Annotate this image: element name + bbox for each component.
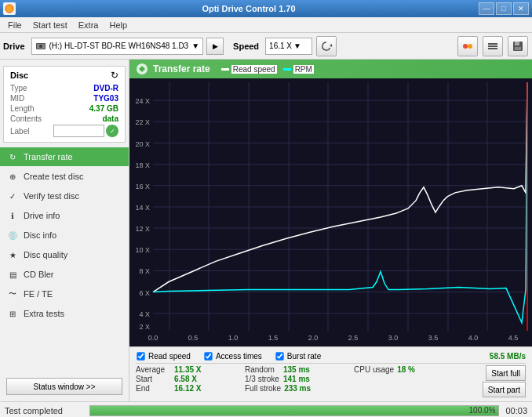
close-button[interactable]: ✕ [513, 2, 529, 15]
one-third-stroke-label: 1/3 stroke [245, 375, 280, 383]
svg-text:20 X: 20 X [136, 140, 150, 147]
start-part-btn[interactable]: Start part [483, 382, 526, 397]
nav-verify-test-disc-label: Verify test disc [24, 191, 79, 201]
nav-verify-test-disc[interactable]: ✓ Verify test disc [0, 187, 129, 205]
svg-text:3.0: 3.0 [388, 334, 399, 342]
cpu-usage-row: CPU usage 18 % [354, 365, 463, 374]
drive-refresh-btn[interactable]: ▶ [206, 38, 224, 55]
burst-rate-value: 58.5 MB/s [490, 352, 526, 361]
end-value: 16.12 X [174, 384, 206, 393]
full-stroke-label: Full stroke [245, 384, 281, 393]
nav-transfer-rate-label: Transfer rate [24, 152, 73, 161]
label-input[interactable] [53, 125, 104, 137]
svg-text:22 X: 22 X [136, 118, 150, 126]
svg-text:3.5: 3.5 [428, 334, 439, 342]
label-label: Label [10, 127, 29, 136]
svg-text:10 X: 10 X [136, 246, 150, 254]
svg-text:12 X: 12 X [136, 225, 150, 233]
nav-fe-te[interactable]: 〜 FE / TE [0, 285, 129, 303]
nav-cd-bler[interactable]: ▤ CD Bler [0, 265, 129, 284]
svg-point-0 [5, 5, 13, 13]
svg-point-7 [468, 44, 472, 49]
menu-help[interactable]: Help [104, 19, 132, 31]
drive-label: Drive [3, 42, 25, 51]
nav-create-test-disc-label: Create test disc [24, 172, 83, 181]
svg-text:8 X: 8 X [139, 267, 150, 275]
progress-bar-container: 100.0% [89, 405, 499, 416]
window-title: Opti Drive Control 1.70 [19, 4, 479, 13]
color-icon [461, 40, 474, 53]
cd-bler-icon: ▤ [6, 268, 19, 281]
fe-te-icon: 〜 [6, 288, 19, 300]
access-times-checkbox[interactable] [204, 352, 212, 360]
label-icon-btn[interactable]: ✓ [106, 125, 118, 137]
access-times-checkbox-item: Access times [203, 351, 262, 361]
nav-drive-info[interactable]: ℹ Drive info [0, 206, 129, 225]
rpm-legend-color [283, 68, 291, 71]
chart-icon [136, 63, 148, 75]
menu-extra[interactable]: Extra [74, 19, 104, 31]
extra-tests-icon: ⊞ [6, 307, 19, 320]
transfer-rate-icon: ↻ [6, 150, 19, 163]
status-text: Test completed [5, 406, 83, 415]
settings-btn[interactable] [483, 36, 503, 56]
maximize-button[interactable]: □ [496, 2, 512, 15]
one-third-stroke-row: 1/3 stroke 141 ms [245, 375, 354, 383]
status-window-btn[interactable]: Status window >> [6, 378, 122, 395]
progress-text: 100.0% [469, 406, 496, 415]
save-icon [512, 40, 524, 53]
nav-cd-bler-label: CD Bler [24, 270, 54, 279]
read-speed-legend-color [221, 68, 229, 71]
nav-create-test-disc[interactable]: ⊕ Create test disc [0, 167, 129, 186]
end-row: End 16.12 X [136, 384, 245, 393]
average-value: 11.35 X [174, 365, 206, 374]
chart-legend: Read speed RPM [221, 65, 314, 74]
contents-value: data [102, 114, 118, 123]
save-btn[interactable] [508, 36, 528, 56]
speed-selector[interactable]: 16.1 X ▼ [265, 38, 312, 55]
disc-info-icon: 💿 [6, 229, 19, 241]
full-stroke-value: 233 ms [284, 384, 315, 393]
svg-text:18 X: 18 X [136, 161, 150, 169]
cpu-usage-label: CPU usage [354, 365, 394, 374]
refresh-button[interactable] [316, 36, 337, 56]
read-speed-checkbox[interactable] [137, 352, 144, 360]
chart-container: 24 X 22 X 20 X 18 X 16 X 14 X 12 X 10 X … [129, 78, 532, 346]
nav-transfer-rate[interactable]: ↻ Transfer rate [0, 147, 129, 166]
chart-title: Transfer rate [153, 63, 210, 74]
svg-text:4.5: 4.5 [508, 334, 519, 342]
svg-rect-10 [488, 48, 497, 49]
nav-extra-tests[interactable]: ⊞ Extra tests [0, 304, 129, 323]
menu-file[interactable]: File [3, 19, 27, 31]
speed-label: Speed [233, 42, 259, 51]
svg-text:24 X: 24 X [136, 97, 150, 105]
length-label: Length [10, 104, 35, 113]
stat-col-buttons: Start full Start part [463, 365, 526, 397]
type-label: Type [10, 84, 27, 92]
svg-text:1.0: 1.0 [228, 334, 239, 342]
verify-test-disc-icon: ✓ [6, 190, 19, 202]
burst-rate-checkbox[interactable] [275, 352, 283, 360]
end-label: End [136, 384, 171, 393]
random-label: Random [245, 365, 280, 374]
sidebar-nav: ↻ Transfer rate ⊕ Create test disc ✓ Ver… [0, 147, 129, 323]
create-test-disc-icon: ⊕ [6, 170, 19, 183]
read-speed-checkbox-item: Read speed [136, 351, 191, 361]
svg-text:2 X: 2 X [139, 323, 150, 331]
start-label: Start [136, 375, 171, 383]
disc-refresh-icon[interactable]: ↻ [111, 70, 118, 81]
svg-point-6 [463, 44, 468, 49]
chart-svg: 24 X 22 X 20 X 18 X 16 X 14 X 12 X 10 X … [129, 78, 532, 346]
start-full-btn[interactable]: Start full [486, 365, 526, 381]
menu-start-test[interactable]: Start test [28, 19, 72, 31]
length-value: 4.37 GB [89, 104, 118, 113]
svg-text:14 X: 14 X [136, 204, 150, 212]
nav-disc-info[interactable]: 💿 Disc info [0, 226, 129, 245]
toolbar: Drive (H:) HL-DT-ST BD-RE WH16NS48 1.D3 … [0, 33, 532, 60]
svg-rect-12 [515, 42, 519, 45]
color-btn[interactable] [457, 36, 478, 56]
refresh-icon [321, 41, 332, 52]
minimize-button[interactable]: — [479, 2, 494, 15]
nav-disc-quality[interactable]: ★ Disc quality [0, 245, 129, 264]
drive-selector[interactable]: (H:) HL-DT-ST BD-RE WH16NS48 1.D3 ▼ [31, 38, 204, 55]
